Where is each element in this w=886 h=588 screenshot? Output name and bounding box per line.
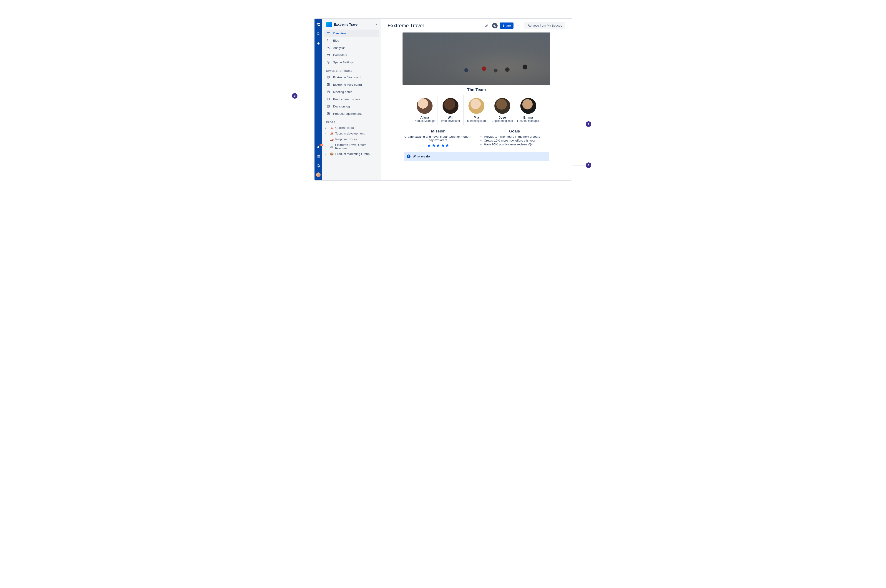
page-emoji-icon: 🔺 (330, 126, 334, 129)
page-label: Exxtreme Travel Offers Roadmap (335, 143, 379, 150)
svg-point-0 (317, 33, 319, 34)
member-name: Will (439, 116, 462, 119)
info-icon: i (407, 154, 411, 158)
shortcut-label: Exxtreme Tello board (333, 83, 362, 86)
chevron-right-icon[interactable]: › (325, 126, 329, 129)
page-emoji-icon: 📦 (330, 152, 334, 156)
svg-point-5 (318, 155, 319, 156)
remove-from-spaces-button[interactable]: Remove from My Spaces (524, 22, 566, 29)
more-actions-icon[interactable] (516, 22, 522, 29)
page-emoji-icon: 🚐 (330, 145, 334, 148)
shortcut-item[interactable]: Meeting notes (322, 88, 381, 95)
watch-icon[interactable] (492, 23, 498, 28)
svg-point-9 (319, 156, 320, 157)
external-link-icon (326, 97, 331, 101)
shortcut-label: Exxtreme Jira board (333, 76, 361, 79)
external-link-icon (326, 90, 331, 94)
member-name: Mia (465, 116, 488, 119)
sidebar-item-label: Calendars (333, 53, 347, 57)
app-switcher-icon[interactable] (316, 154, 321, 159)
sidebar-item-overview[interactable]: Overview (324, 30, 379, 37)
confluence-logo-icon[interactable] (316, 22, 321, 27)
goal-item: Have 95% positive user reviews @d (484, 142, 549, 146)
member-name: Emma (517, 116, 540, 119)
external-link-icon (326, 111, 331, 116)
profile-avatar[interactable] (316, 172, 320, 177)
avatar (494, 98, 510, 114)
svg-point-6 (319, 155, 320, 156)
sidebar-item-settings[interactable]: Space Settings (322, 58, 381, 66)
page-tree-item[interactable]: ›📦Product Marketing Group . (322, 151, 381, 157)
avatar (468, 98, 484, 114)
member-role: Web developer (439, 119, 462, 123)
chevron-right-icon[interactable]: › (325, 153, 329, 155)
calendar-icon (326, 53, 331, 57)
svg-point-30 (517, 25, 518, 26)
search-icon[interactable] (316, 32, 321, 36)
space-logo-icon (326, 22, 332, 27)
page-label: Tours in development (335, 132, 364, 135)
sidebar-item-blog[interactable]: Blog (322, 37, 381, 44)
shortcut-item[interactable]: Product requirements (322, 110, 381, 117)
chevron-down-icon[interactable] (375, 22, 378, 27)
page-emoji-icon: ⛵ (330, 132, 334, 135)
sidebar-item-label: Blog (333, 39, 339, 42)
page-title: Exxtreme Travel (388, 23, 481, 28)
shortcut-label: Decision log (333, 105, 350, 108)
member-role: Engineering lead (491, 119, 514, 123)
gear-icon (326, 60, 331, 64)
app-window: 6 Exxtreme Travel Overview (314, 18, 572, 181)
space-sidebar: Exxtreme Travel Overview Blog Analytics … (322, 19, 381, 180)
svg-point-12 (319, 158, 320, 158)
shortcut-item[interactable]: Decision log (322, 103, 381, 110)
svg-point-10 (317, 158, 318, 158)
external-link-icon (326, 75, 331, 79)
team-member-card: EmmaFinance manager (515, 95, 541, 125)
create-icon[interactable] (316, 41, 321, 46)
team-member-card: JoseEngineering lead (489, 95, 515, 125)
external-link-icon (326, 82, 331, 87)
page-tree-item[interactable]: ›⛵Tours in development (322, 130, 381, 136)
svg-point-7 (317, 156, 318, 157)
info-panel: i What we do (404, 152, 549, 161)
chevron-right-icon[interactable]: › (325, 138, 329, 141)
external-link-icon (326, 104, 331, 108)
sidebar-item-analytics[interactable]: Analytics (322, 44, 381, 51)
member-role: Marketing lead (465, 119, 488, 123)
page-label: Proposed Tours (335, 138, 357, 141)
svg-point-22 (328, 62, 329, 63)
hero-image (403, 33, 551, 85)
member-role: Product Manager (413, 119, 436, 123)
goal-item: Create 10% more new offers this year (484, 139, 549, 142)
shortcut-item[interactable]: Exxtreme Jira board (322, 74, 381, 81)
analytics-icon (326, 46, 331, 50)
notification-icon[interactable]: 6 (316, 145, 321, 150)
svg-point-8 (318, 156, 319, 157)
svg-point-4 (317, 155, 318, 156)
shortcut-item[interactable]: Exxtreme Tello board (322, 81, 381, 88)
sidebar-item-label: Analytics (333, 46, 346, 50)
page-tree-item[interactable]: ›🔺Current Tours (322, 125, 381, 130)
share-button[interactable]: Share (500, 22, 513, 28)
page-tree-item[interactable]: ›🏎️Proposed Tours (322, 136, 381, 142)
annotation-badge-2: 2 (292, 93, 298, 99)
member-role: Finance manager (517, 119, 540, 123)
notification-badge: 6 (319, 144, 322, 146)
space-header[interactable]: Exxtreme Travel (322, 22, 381, 30)
page-tree-item[interactable]: ›🚐Exxtreme Travel Offers Roadmap (322, 142, 381, 151)
avatar (442, 98, 459, 114)
sidebar-item-calendars[interactable]: Calendars (322, 51, 381, 58)
chevron-right-icon[interactable]: › (325, 132, 329, 135)
svg-rect-18 (327, 54, 329, 56)
avatar (417, 98, 433, 114)
edit-button[interactable] (483, 22, 490, 29)
shortcut-item[interactable]: Product team space (322, 95, 381, 103)
page-emoji-icon: 🏎️ (330, 138, 334, 141)
svg-point-31 (519, 25, 519, 26)
chevron-right-icon[interactable]: › (325, 145, 329, 148)
global-nav-rail: 6 (314, 19, 322, 180)
shortcuts-heading: SPACE SHORTCUTS (322, 66, 381, 74)
help-icon[interactable] (316, 164, 321, 168)
blog-icon (326, 38, 331, 42)
svg-point-11 (318, 158, 319, 158)
